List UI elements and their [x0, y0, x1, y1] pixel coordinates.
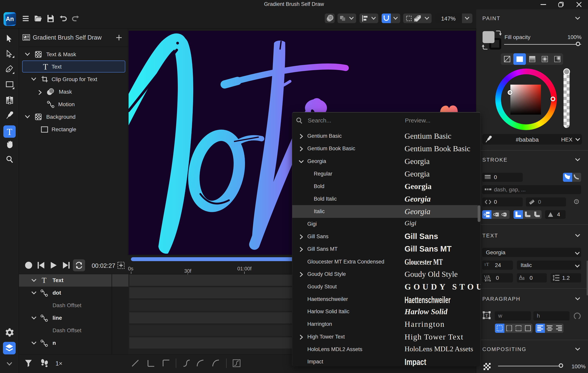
svg-text:T: T — [485, 313, 488, 318]
